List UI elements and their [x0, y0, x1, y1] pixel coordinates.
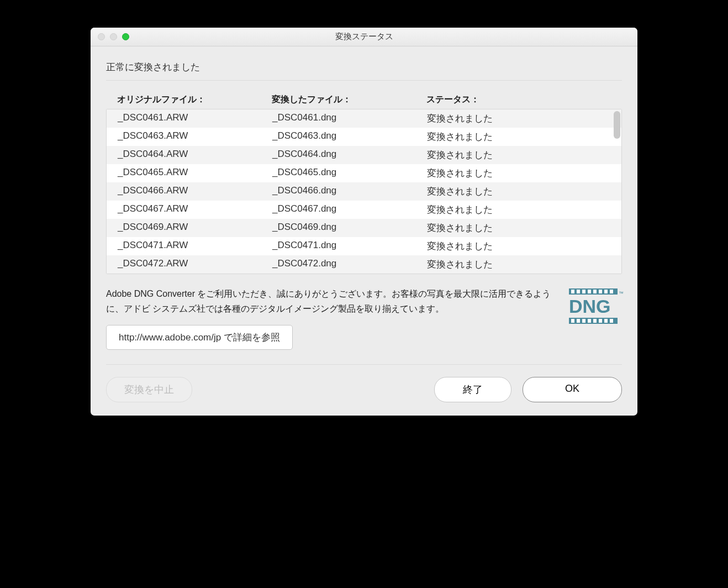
- cell-original: _DSC0469.ARW: [118, 222, 272, 234]
- svg-rect-6: [593, 290, 597, 293]
- cell-original: _DSC0465.ARW: [118, 167, 272, 180]
- right-buttons: 終了 OK: [434, 377, 622, 402]
- dialog-content: 正常に変換されました オリジナルファイル： 変換したファイル： ステータス： _…: [91, 46, 637, 416]
- svg-rect-12: [582, 319, 585, 323]
- dng-logo-tm: ™: [619, 291, 624, 296]
- svg-rect-2: [571, 290, 574, 293]
- svg-rect-10: [571, 319, 574, 323]
- thank-you-column: Adobe DNG Converter をご利用いただき、誠にありがとうございま…: [106, 286, 552, 350]
- svg-rect-3: [577, 290, 580, 293]
- cell-converted: _DSC0461.dng: [272, 112, 427, 125]
- table-row[interactable]: _DSC0471.ARW_DSC0471.dng変換されました: [107, 237, 621, 255]
- cell-original: _DSC0466.ARW: [118, 185, 272, 198]
- svg-rect-13: [588, 319, 591, 323]
- dng-logo-text: DNG: [569, 296, 611, 317]
- ok-button[interactable]: OK: [523, 377, 622, 402]
- cell-status: 変換されました: [427, 203, 610, 216]
- table-row[interactable]: _DSC0464.ARW_DSC0464.dng変換されました: [107, 146, 621, 164]
- titlebar: 変換ステータス: [91, 28, 637, 46]
- table-row[interactable]: _DSC0463.ARW_DSC0463.dng変換されました: [107, 128, 621, 146]
- cell-status: 変換されました: [427, 240, 610, 253]
- table-row[interactable]: _DSC0467.ARW_DSC0467.dng変換されました: [107, 201, 621, 219]
- cell-status: 変換されました: [427, 185, 610, 198]
- svg-rect-7: [599, 290, 602, 293]
- svg-rect-8: [604, 290, 608, 293]
- svg-rect-4: [582, 290, 585, 293]
- cell-converted: _DSC0469.dng: [272, 222, 427, 234]
- svg-rect-16: [604, 319, 608, 323]
- dng-logo-icon: DNG ™: [569, 288, 622, 324]
- cell-original: _DSC0461.ARW: [118, 112, 272, 125]
- header-status: ステータス：: [426, 94, 611, 106]
- cancel-conversion-button: 変換を中止: [106, 377, 192, 402]
- window-close-icon[interactable]: [98, 33, 105, 40]
- scrollbar-thumb[interactable]: [614, 111, 620, 139]
- cell-status: 変換されました: [427, 130, 610, 143]
- svg-rect-14: [593, 319, 597, 323]
- cell-status: 変換されました: [427, 222, 610, 234]
- cell-original: _DSC0472.ARW: [118, 258, 272, 271]
- table-row[interactable]: _DSC0469.ARW_DSC0469.dng変換されました: [107, 219, 621, 237]
- status-message: 正常に変換されました: [106, 57, 622, 81]
- cell-original: _DSC0463.ARW: [118, 130, 272, 143]
- window-title: 変換ステータス: [91, 32, 637, 42]
- svg-rect-11: [577, 319, 580, 323]
- table-row[interactable]: _DSC0461.ARW_DSC0461.dng変換されました: [107, 109, 621, 128]
- svg-rect-17: [610, 319, 613, 323]
- cell-status: 変換されました: [427, 112, 610, 125]
- cell-original: _DSC0471.ARW: [118, 240, 272, 253]
- button-row: 変換を中止 終了 OK: [106, 365, 622, 402]
- cell-status: 変換されました: [427, 258, 610, 271]
- cell-converted: _DSC0465.dng: [272, 167, 427, 180]
- cell-original: _DSC0464.ARW: [118, 149, 272, 161]
- cell-converted: _DSC0466.dng: [272, 185, 427, 198]
- conversion-table: オリジナルファイル： 変換したファイル： ステータス： _DSC0461.ARW…: [106, 91, 622, 274]
- quit-button[interactable]: 終了: [434, 377, 511, 402]
- table-row[interactable]: _DSC0465.ARW_DSC0465.dng変換されました: [107, 164, 621, 182]
- svg-rect-5: [588, 290, 591, 293]
- table-body: _DSC0461.ARW_DSC0461.dng変換されました_DSC0463.…: [106, 109, 622, 274]
- thank-you-block: Adobe DNG Converter をご利用いただき、誠にありがとうございま…: [106, 286, 622, 350]
- table-header: オリジナルファイル： 変換したファイル： ステータス：: [106, 91, 622, 109]
- details-link-button[interactable]: http://www.adobe.com/jp で詳細を参照: [106, 325, 293, 350]
- traffic-lights: [91, 33, 129, 40]
- svg-rect-15: [599, 319, 602, 323]
- cell-converted: _DSC0471.dng: [272, 240, 427, 253]
- cell-status: 変換されました: [427, 167, 610, 180]
- cell-converted: _DSC0463.dng: [272, 130, 427, 143]
- cell-converted: _DSC0472.dng: [272, 258, 427, 271]
- dialog-window: 変換ステータス 正常に変換されました オリジナルファイル： 変換したファイル： …: [91, 28, 637, 416]
- svg-rect-9: [610, 290, 613, 293]
- cell-original: _DSC0467.ARW: [118, 203, 272, 216]
- window-minimize-icon[interactable]: [110, 33, 117, 40]
- thank-you-text: Adobe DNG Converter をご利用いただき、誠にありがとうございま…: [106, 286, 552, 316]
- cell-converted: _DSC0467.dng: [272, 203, 427, 216]
- table-row[interactable]: _DSC0472.ARW_DSC0472.dng変換されました: [107, 255, 621, 274]
- table-row[interactable]: _DSC0466.ARW_DSC0466.dng変換されました: [107, 182, 621, 201]
- header-original: オリジナルファイル：: [117, 94, 272, 106]
- cell-converted: _DSC0464.dng: [272, 149, 427, 161]
- header-converted: 変換したファイル：: [272, 94, 426, 106]
- window-zoom-icon[interactable]: [122, 33, 129, 40]
- cell-status: 変換されました: [427, 149, 610, 161]
